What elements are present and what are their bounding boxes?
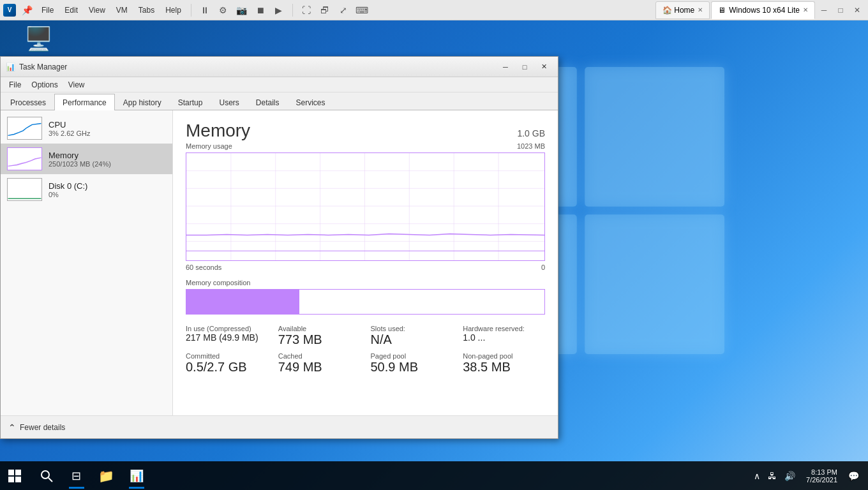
vbox-menu-file[interactable]: File — [38, 4, 57, 16]
stat-committed-value: 0.5/2.7 GB — [186, 360, 268, 375]
tm-menu-file[interactable]: File — [4, 79, 26, 91]
tm-title-area: 📊 Task Manager — [6, 63, 497, 71]
tab-processes[interactable]: Processes — [2, 94, 54, 110]
tm-menubar: File Options View — [1, 77, 558, 93]
taskbar-task-view[interactable]: ⊟ — [62, 461, 91, 490]
fewer-details-button[interactable]: ⌃ Fewer details — [8, 422, 65, 433]
vbox-separator-1 — [191, 4, 191, 17]
stat-available-label: Available — [278, 325, 361, 332]
memory-total: 1.0 GB — [517, 128, 545, 138]
tm-minimize-button[interactable]: ─ — [497, 60, 514, 74]
tm-maximize-button[interactable]: □ — [516, 60, 534, 74]
stat-nonpaged: Non-paged pool 38.5 MB — [463, 352, 545, 375]
taskbar-file-explorer[interactable]: 📁 — [92, 461, 121, 490]
vbox-tab-win10[interactable]: 🖥 Windows 10 x64 Lite ✕ — [711, 1, 815, 19]
tab-services[interactable]: Services — [288, 94, 334, 110]
vbox-menu-vm[interactable]: VM — [112, 4, 131, 16]
vbox-separator-2 — [292, 4, 293, 17]
vbox-menu-help[interactable]: Help — [161, 4, 185, 16]
svg-point-21 — [41, 471, 49, 479]
sidebar-item-cpu[interactable]: CPU 3% 2.62 GHz — [1, 113, 172, 144]
taskbar-search[interactable] — [32, 461, 61, 490]
sidebar-item-disk[interactable]: Disk 0 (C:) 0% — [1, 174, 172, 205]
start-icon[interactable]: ▶ — [271, 3, 287, 18]
stat-hw-reserved: Hardware reserved: 1.0 ... — [463, 325, 545, 347]
svg-rect-20 — [15, 477, 21, 482]
tm-content: CPU 3% 2.62 GHz Memory 250/1023 MB (24%) — [1, 110, 558, 415]
memory-usage-label-row: Memory usage 1023 MB — [186, 142, 545, 150]
pause-icon[interactable]: ⏸ — [197, 3, 213, 18]
taskbar-tray: ∧ 🖧 🔊 — [751, 470, 798, 482]
tray-volume-icon[interactable]: 🔊 — [782, 470, 798, 482]
task-manager-window: 📊 Task Manager ─ □ ✕ File Options View P… — [0, 56, 558, 439]
disk-thumbnail — [7, 178, 42, 201]
vbox-minimize-button[interactable]: ─ — [816, 3, 832, 18]
chevron-up-icon: ⌃ — [8, 422, 16, 433]
graph-time-labels: 60 seconds 0 — [186, 264, 545, 271]
taskbar-right: ∧ 🖧 🔊 8:13 PM 7/26/2021 💬 — [751, 468, 868, 484]
svg-rect-3 — [585, 214, 724, 354]
tray-show-hidden[interactable]: ∧ — [751, 470, 763, 482]
resize-icon[interactable]: ⤢ — [336, 3, 351, 18]
stat-nonpaged-value: 38.5 MB — [463, 360, 545, 375]
tab-performance[interactable]: Performance — [54, 94, 115, 110]
keyboard-icon[interactable]: ⌨ — [354, 3, 370, 18]
tm-window-controls: ─ □ ✕ — [497, 60, 553, 74]
fullscreen-icon[interactable]: ⛶ — [299, 3, 314, 18]
notification-icon[interactable]: 💬 — [846, 470, 862, 482]
cpu-name: CPU — [49, 120, 166, 130]
vbox-close-button[interactable]: ✕ — [849, 3, 865, 18]
home-tab-close[interactable]: ✕ — [698, 6, 703, 13]
tab-startup[interactable]: Startup — [170, 94, 211, 110]
snapshot-icon[interactable]: 📷 — [234, 3, 250, 18]
vbox-maximize-button[interactable]: □ — [833, 3, 848, 18]
settings-icon[interactable]: ⚙ — [216, 3, 231, 18]
memory-thumbnail — [7, 147, 42, 170]
tm-main-panel: Memory 1.0 GB Memory usage 1023 MB — [173, 110, 558, 415]
cpu-detail: 3% 2.62 GHz — [49, 130, 166, 137]
vbox-menu-tabs[interactable]: Tabs — [135, 4, 158, 16]
memory-usage-text: Memory usage — [186, 142, 232, 150]
stat-in-use-label: In use (Compressed) — [186, 325, 268, 332]
svg-rect-19 — [8, 477, 14, 482]
vbox-tab-home[interactable]: 🏠 Home ✕ — [655, 1, 710, 19]
taskbar-icons: ⊟ 📁 📊 — [32, 461, 151, 490]
tm-title-text: Task Manager — [19, 63, 67, 71]
tm-menu-view[interactable]: View — [63, 79, 90, 91]
home-tab-label: 🏠 Home — [662, 6, 694, 15]
start-button[interactable] — [0, 461, 29, 490]
stat-cached: Cached 749 MB — [278, 352, 361, 375]
sidebar-item-memory[interactable]: Memory 250/1023 MB (24%) — [1, 144, 172, 174]
tm-title-icon: 📊 — [6, 63, 15, 71]
stat-paged-label: Paged pool — [371, 352, 453, 360]
graph-time-start: 60 seconds — [186, 264, 221, 271]
memory-header: Memory 1.0 GB — [186, 121, 545, 141]
taskbar-time[interactable]: 8:13 PM 7/26/2021 — [801, 468, 842, 484]
stat-committed-label: Committed — [186, 352, 268, 360]
stat-cached-value: 749 MB — [278, 360, 361, 375]
discard-icon[interactable]: ⏹ — [253, 3, 268, 18]
stat-slots: Slots used: N/A — [371, 325, 453, 347]
tm-menu-options[interactable]: Options — [26, 79, 63, 91]
stats-grid: In use (Compressed) 217 MB (49.9 MB) Ava… — [186, 325, 545, 375]
svg-rect-18 — [15, 470, 21, 475]
tab-details[interactable]: Details — [248, 94, 288, 110]
tray-network-icon[interactable]: 🖧 — [765, 470, 779, 482]
disk-item-info: Disk 0 (C:) 0% — [49, 181, 166, 198]
tm-close-button[interactable]: ✕ — [535, 60, 553, 74]
tab-app-history[interactable]: App history — [115, 94, 170, 110]
vbox-logo-icon: V — [3, 4, 16, 17]
stat-nonpaged-label: Non-paged pool — [463, 352, 545, 360]
vbox-menu-edit[interactable]: Edit — [61, 4, 82, 16]
taskbar-task-manager[interactable]: 📊 — [122, 461, 151, 490]
tm-footer: ⌃ Fewer details — [1, 415, 558, 438]
taskbar-date-value: 7/26/2021 — [806, 476, 837, 484]
tab-users[interactable]: Users — [211, 94, 247, 110]
stat-committed: Committed 0.5/2.7 GB — [186, 352, 268, 375]
stat-slots-label: Slots used: — [371, 325, 453, 332]
vbox-menu-view[interactable]: View — [85, 4, 109, 16]
window-icon[interactable]: 🗗 — [317, 3, 333, 18]
pin-icon[interactable]: 📌 — [19, 3, 34, 18]
win10-tab-close[interactable]: ✕ — [803, 6, 808, 13]
comp-in-use — [186, 290, 297, 314]
